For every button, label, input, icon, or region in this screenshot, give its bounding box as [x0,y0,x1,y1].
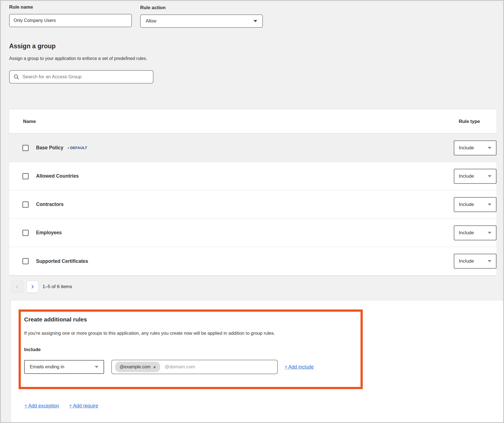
row-name: Contractors [36,202,64,207]
include-rule-controls: Emails ending in @example.com × + Add in… [24,360,354,374]
chevron-down-icon [253,20,257,22]
pagination-prev-button[interactable] [11,281,23,293]
rule-criteria-value: Emails ending in [30,364,64,370]
assign-group-heading: Assign a group [9,42,56,50]
rule-type-dropdown[interactable]: Include [454,197,497,212]
additional-rules-card: Create additional rules If you're assign… [11,300,503,422]
table-body: Base Policy • DEFAULT Include Allowed Co… [9,134,497,275]
rule-type-dropdown[interactable]: Include [454,140,497,155]
create-additional-rules-highlight: Create additional rules If you're assign… [19,309,363,389]
add-exception-link[interactable]: + Add exception [24,403,59,409]
search-input[interactable] [22,74,149,80]
rule-action-select[interactable]: Allow [140,14,263,28]
row-checkbox[interactable] [22,230,29,236]
access-group-search [9,70,153,84]
chevron-down-icon [488,260,492,262]
table-row: Base Policy • DEFAULT Include [9,134,497,162]
table-row: Allowed Countries Include [9,162,497,190]
email-domain-input[interactable] [165,364,274,370]
rule-name-label: Rule name [9,4,33,10]
chevron-down-icon [95,366,99,368]
add-include-link[interactable]: + Add include [284,364,314,370]
rule-action-value: Allow [146,19,156,24]
chevron-down-icon [488,147,492,149]
rule-action-label: Rule action [140,5,166,11]
add-require-link[interactable]: + Add require [69,403,98,409]
row-name: Supported Certificates [36,258,88,264]
rule-type-dropdown[interactable]: Include [454,254,497,269]
include-label: Include [24,347,354,352]
assign-group-description: Assign a group to your application to en… [9,56,147,61]
email-domain-input-container: @example.com × [111,360,278,374]
chevron-down-icon [488,203,492,206]
table-header: Name Rule type [9,110,497,133]
table-row: Supported Certificates Include [9,247,497,275]
row-checkbox[interactable] [22,173,29,179]
access-group-table: Name Rule type Base Policy • DEFAULT Inc… [9,110,497,275]
chevron-down-icon [488,232,492,234]
chevron-down-icon [488,175,492,177]
chevron-right-icon [30,284,35,289]
rule-footer-links: + Add exception + Add require [24,403,98,409]
rule-type-value: Include [459,258,474,264]
rule-type-value: Include [459,202,474,207]
rule-criteria-select[interactable]: Emails ending in [24,360,104,374]
email-domain-tag-label: @example.com [120,364,150,369]
table-row: Employees Include [9,219,497,247]
search-icon [14,74,19,80]
rule-name-input[interactable] [9,14,132,27]
table-row: Contractors Include [9,190,497,219]
rule-type-value: Include [459,145,474,151]
row-name: Employees [36,230,62,236]
rule-type-dropdown[interactable]: Include [454,225,497,240]
row-checkbox[interactable] [22,145,29,151]
remove-tag-icon[interactable]: × [153,365,156,369]
default-badge: • DEFAULT [68,146,87,150]
additional-rules-description: If you're assigning one or more groups t… [24,331,354,336]
email-domain-tag: @example.com × [115,362,160,372]
column-header-rule-type: Rule type [459,119,480,124]
column-header-name: Name [23,119,36,124]
pagination-next-button[interactable] [26,281,39,293]
rule-type-dropdown[interactable]: Include [454,169,497,184]
chevron-left-icon [15,284,19,289]
rule-type-value: Include [459,230,474,236]
row-checkbox[interactable] [22,202,29,208]
additional-rules-heading: Create additional rules [24,316,354,323]
rule-type-value: Include [459,173,474,179]
row-name: Base Policy [36,145,63,151]
pagination-summary: 1–5 of 6 items [42,281,72,293]
access-rule-page: Rule name Rule action Allow Assign a gro… [0,0,504,423]
row-checkbox[interactable] [22,258,29,264]
row-name: Allowed Countries [36,173,79,179]
